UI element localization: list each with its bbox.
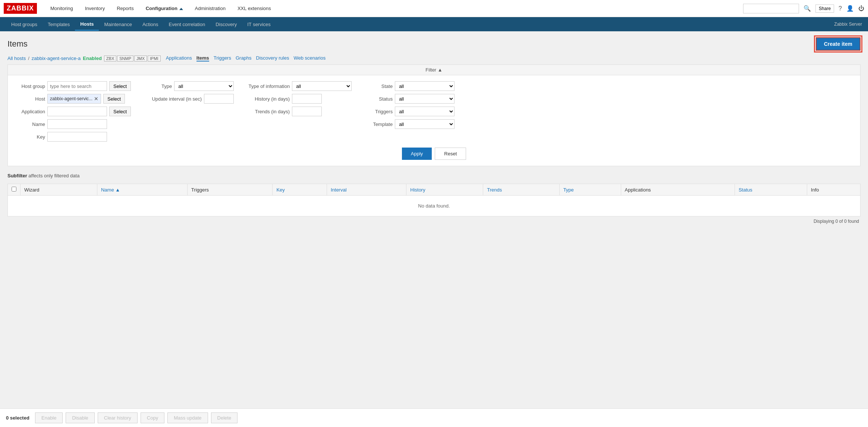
col-name-sort[interactable]: Name ▲ [101, 187, 120, 193]
subnav-maintenance[interactable]: Maintenance [99, 19, 137, 30]
filter-body: Host group Select Host zabbix-agent-serv… [8, 75, 860, 166]
history-input[interactable] [292, 94, 322, 104]
subnav-actions[interactable]: Actions [137, 19, 164, 30]
breadcrumb-link-web-scenarios[interactable]: Web scenarios [293, 55, 326, 61]
application-label: Application [15, 109, 45, 114]
power-icon[interactable]: ⏻ [858, 5, 864, 12]
share-button[interactable]: Share [815, 4, 834, 13]
page-header: Items Create item [7, 37, 861, 51]
host-group-input[interactable] [47, 81, 107, 91]
protocol-zbx: ZBX [104, 56, 116, 61]
top-nav-menu: Monitoring Inventory Reports Configurati… [44, 1, 277, 16]
filter-state-row: State all [363, 81, 455, 91]
trends-input[interactable] [292, 107, 322, 116]
filter-template-row: Template all [363, 119, 455, 129]
col-status-sort[interactable]: Status [739, 187, 752, 193]
global-search-input[interactable] [743, 4, 799, 13]
host-tag-close-icon[interactable]: ✕ [94, 96, 98, 101]
template-select[interactable]: all [395, 119, 455, 129]
col-key-sort[interactable]: Key [276, 187, 284, 193]
subnav-it-services[interactable]: IT services [242, 19, 276, 30]
help-icon[interactable]: ? [839, 5, 842, 12]
breadcrumb: All hosts / zabbix-agent-service-a Enabl… [7, 55, 861, 61]
breadcrumb-links: Applications Items Triggers Graphs Disco… [166, 55, 326, 61]
type-info-select[interactable]: all [292, 81, 352, 91]
status-label: Status [363, 96, 393, 102]
host-group-select-btn[interactable]: Select [109, 81, 131, 91]
breadcrumb-link-applications[interactable]: Applications [166, 55, 192, 61]
subnav-event-correlation[interactable]: Event correlation [164, 19, 211, 30]
host-select-btn[interactable]: Select [103, 94, 125, 104]
application-input[interactable] [47, 107, 107, 116]
host-tag: zabbix-agent-servic... ✕ [47, 94, 101, 104]
breadcrumb-host-name[interactable]: zabbix-agent-service-a [32, 56, 81, 61]
display-count: Displaying 0 of 0 found [7, 216, 861, 226]
filter-type-info-row: Type of information all [245, 81, 352, 91]
filter-col-1: Host group Select Host zabbix-agent-serv… [15, 81, 131, 142]
type-label: Type [142, 83, 172, 89]
filter-header-label: Filter ▲ [425, 67, 442, 73]
filter-section: Filter ▲ Host group Select Host zabbix-a… [7, 64, 861, 166]
col-info: Info [807, 184, 860, 196]
type-select[interactable]: all [174, 81, 234, 91]
breadcrumb-link-graphs[interactable]: Graphs [236, 55, 252, 61]
nav-monitoring[interactable]: Monitoring [44, 1, 79, 16]
col-history: History [406, 184, 483, 196]
search-icon[interactable]: 🔍 [803, 5, 811, 12]
subnav-templates[interactable]: Templates [43, 19, 75, 30]
subnav-host-groups[interactable]: Host groups [6, 19, 43, 30]
triggers-select[interactable]: all [395, 107, 455, 116]
reset-button[interactable]: Reset [435, 148, 466, 160]
col-type: Type [559, 184, 621, 196]
filter-toggle[interactable]: Filter ▲ [8, 65, 860, 75]
breadcrumb-link-triggers[interactable]: Triggers [214, 55, 231, 61]
update-interval-label: Update interval (in sec) [142, 96, 202, 102]
application-select-btn[interactable]: Select [109, 107, 131, 116]
col-triggers: Triggers [187, 184, 273, 196]
no-data-row: No data found. [8, 196, 861, 216]
key-input[interactable] [47, 132, 107, 142]
nav-xxl-extensions[interactable]: XXL extensions [232, 1, 277, 16]
col-type-sort[interactable]: Type [563, 187, 574, 193]
select-all-checkbox[interactable] [12, 187, 16, 192]
subnav-hosts[interactable]: Hosts [75, 18, 99, 31]
col-trends-sort[interactable]: Trends [487, 187, 502, 193]
items-table: Wizard Name ▲ Triggers Key Interval Hist… [7, 184, 861, 216]
col-interval: Interval [327, 184, 406, 196]
breadcrumb-link-discovery-rules[interactable]: Discovery rules [256, 55, 289, 61]
filter-col-3: Type of information all History (in days… [245, 81, 352, 116]
nav-reports[interactable]: Reports [111, 1, 140, 16]
filter-name-row: Name [15, 119, 131, 129]
nav-configuration[interactable]: Configuration [140, 1, 189, 16]
breadcrumb-link-items[interactable]: Items [196, 55, 209, 61]
nav-inventory[interactable]: Inventory [79, 1, 111, 16]
col-wizard: Wizard [21, 184, 97, 196]
nav-administration[interactable]: Administration [189, 1, 232, 16]
apply-button[interactable]: Apply [402, 148, 432, 160]
filter-col-4: State all Status all Triggers [363, 81, 455, 129]
create-item-button[interactable]: Create item [816, 37, 861, 51]
breadcrumb-separator: / [28, 56, 29, 61]
state-select[interactable]: all [395, 81, 455, 91]
protocol-jmx: JMX [134, 56, 147, 61]
col-name: Name ▲ [97, 184, 187, 196]
status-select[interactable]: all [395, 94, 455, 104]
protocol-snmp: SNMP [117, 56, 133, 61]
col-history-sort[interactable]: History [410, 187, 425, 193]
sub-navigation: Host groups Templates Hosts Maintenance … [0, 17, 868, 31]
user-icon[interactable]: 👤 [846, 5, 854, 12]
col-trends: Trends [483, 184, 559, 196]
name-label: Name [15, 121, 45, 127]
filter-key-row: Key [15, 132, 131, 142]
subfilter-label: Subfilter [7, 173, 27, 178]
breadcrumb-all-hosts[interactable]: All hosts [7, 56, 26, 61]
name-input[interactable] [47, 119, 107, 129]
state-label: State [363, 83, 393, 89]
subnav-discovery[interactable]: Discovery [210, 19, 242, 30]
subfilter-bar: Subfilter affects only filtered data [7, 171, 861, 181]
col-interval-sort[interactable]: Interval [331, 187, 347, 193]
update-interval-input[interactable] [204, 94, 234, 104]
filter-type-row: Type all [142, 81, 234, 91]
server-label: Zabbix Server [834, 22, 862, 27]
key-label: Key [15, 134, 45, 140]
